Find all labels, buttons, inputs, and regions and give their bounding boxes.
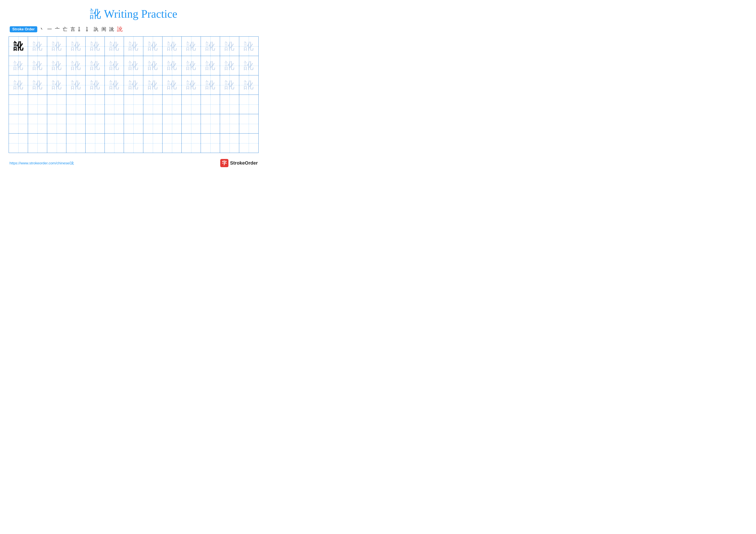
- grid-cell-3-5: 訛: [86, 75, 105, 94]
- title-area: 訛 Writing Practice: [9, 7, 258, 21]
- grid-cell-2-9: 訛: [162, 56, 182, 75]
- grid-cell-5-1[interactable]: [9, 114, 28, 133]
- grid-cell-2-8: 訛: [143, 56, 162, 75]
- grid-cell-6-5[interactable]: [86, 134, 105, 153]
- grid-cell-3-12: 訛: [220, 75, 239, 94]
- grid-cell-6-12[interactable]: [220, 134, 239, 153]
- grid-cell-2-1: 訛: [9, 56, 28, 75]
- grid-cell-6-6[interactable]: [105, 134, 124, 153]
- grid-cell-2-12: 訛: [220, 56, 239, 75]
- grid-cell-1-2: 訛: [28, 37, 47, 56]
- grid-cell-4-4[interactable]: [67, 95, 86, 114]
- grid-cell-5-6[interactable]: [105, 114, 124, 133]
- grid-cell-4-12[interactable]: [220, 95, 239, 114]
- char-solid: 訛: [14, 41, 23, 51]
- grid-cell-4-9[interactable]: [162, 95, 182, 114]
- grid-cell-2-6: 訛: [105, 56, 124, 75]
- grid-cell-6-11[interactable]: [201, 134, 220, 153]
- grid-cell-1-9: 訛: [162, 37, 182, 56]
- footer-url[interactable]: https://www.strokeorder.com/chinese/訛: [10, 161, 74, 165]
- grid-cell-4-1[interactable]: [9, 95, 28, 114]
- grid-row-4: [9, 95, 258, 114]
- grid-cell-1-4: 訛: [67, 37, 86, 56]
- stroke-step-8: 訙: [94, 26, 98, 33]
- grid-cell-4-11[interactable]: [201, 95, 220, 114]
- grid-cell-3-2: 訛: [28, 75, 47, 94]
- grid-cell-1-6: 訛: [105, 37, 124, 56]
- grid-row-1: 訛 訛 訛 訛 訛 訛 訛 訛 訛 訛 訛 訛 訛: [9, 37, 258, 56]
- grid-cell-4-6[interactable]: [105, 95, 124, 114]
- grid-row-5: [9, 114, 258, 134]
- grid-cell-6-1[interactable]: [9, 134, 28, 153]
- grid-cell-5-3[interactable]: [47, 114, 67, 133]
- grid-cell-5-11[interactable]: [201, 114, 220, 133]
- grid-cell-3-13: 訛: [239, 75, 258, 94]
- stroke-step-11: 訛: [117, 25, 122, 33]
- stroke-step-2: 一: [47, 26, 52, 33]
- grid-cell-4-7[interactable]: [124, 95, 143, 114]
- grid-cell-2-2: 訛: [28, 56, 47, 75]
- footer-logo: 字 StrokeOrder: [220, 159, 258, 167]
- grid-row-6: [9, 134, 258, 153]
- grid-row-3: 訛 訛 訛 訛 訛 訛 訛 訛 訛 訛 訛 訛 訛: [9, 75, 258, 95]
- grid-cell-1-3: 訛: [47, 37, 67, 56]
- stroke-order-row: Stroke Order 丶 一 亠 亡 言 訁 訁 訙 訚 訛 訛: [9, 25, 258, 33]
- stroke-step-9: 訚: [101, 26, 106, 33]
- grid-cell-6-3[interactable]: [47, 134, 67, 153]
- grid-cell-4-10[interactable]: [182, 95, 201, 114]
- grid-cell-2-4: 訛: [67, 56, 86, 75]
- grid-cell-5-12[interactable]: [220, 114, 239, 133]
- grid-cell-5-8[interactable]: [143, 114, 162, 133]
- grid-cell-6-10[interactable]: [182, 134, 201, 153]
- grid-cell-3-9: 訛: [162, 75, 182, 94]
- stroke-order-badge: Stroke Order: [10, 26, 37, 32]
- grid-cell-5-2[interactable]: [28, 114, 47, 133]
- logo-icon: 字: [220, 159, 229, 167]
- grid-cell-6-8[interactable]: [143, 134, 162, 153]
- grid-cell-1-12: 訛: [220, 37, 239, 56]
- grid-cell-4-13[interactable]: [239, 95, 258, 114]
- logo-text: StrokeOrder: [230, 160, 258, 166]
- grid-cell-3-11: 訛: [201, 75, 220, 94]
- grid-cell-6-2[interactable]: [28, 134, 47, 153]
- grid-cell-1-13: 訛: [239, 37, 258, 56]
- grid-cell-6-13[interactable]: [239, 134, 258, 153]
- grid-cell-2-11: 訛: [201, 56, 220, 75]
- grid-cell-6-7[interactable]: [124, 134, 143, 153]
- grid-cell-5-9[interactable]: [162, 114, 182, 133]
- grid-cell-2-7: 訛: [124, 56, 143, 75]
- grid-cell-1-5: 訛: [86, 37, 105, 56]
- grid-cell-5-4[interactable]: [67, 114, 86, 133]
- grid-cell-6-4[interactable]: [67, 134, 86, 153]
- stroke-step-5: 言: [70, 26, 75, 33]
- grid-cell-5-5[interactable]: [86, 114, 105, 133]
- grid-cell-2-10: 訛: [182, 56, 201, 75]
- grid-cell-1-11: 訛: [201, 37, 220, 56]
- footer: https://www.strokeorder.com/chinese/訛 字 …: [9, 159, 258, 167]
- grid-cell-5-7[interactable]: [124, 114, 143, 133]
- grid-cell-5-13[interactable]: [239, 114, 258, 133]
- stroke-step-1: 丶: [40, 26, 44, 33]
- grid-cell-3-10: 訛: [182, 75, 201, 94]
- grid-cell-3-6: 訛: [105, 75, 124, 94]
- grid-cell-4-3[interactable]: [47, 95, 67, 114]
- stroke-steps: 丶 一 亠 亡 言 訁 訁 訙 訚 訛 訛: [40, 25, 122, 33]
- grid-cell-3-8: 訛: [143, 75, 162, 94]
- stroke-step-4: 亡: [63, 26, 68, 33]
- stroke-step-3: 亠: [55, 26, 60, 33]
- grid-row-2: 訛 訛 訛 訛 訛 訛 訛 訛 訛 訛 訛 訛 訛: [9, 56, 258, 75]
- grid-cell-4-5[interactable]: [86, 95, 105, 114]
- grid-cell-1-10: 訛: [182, 37, 201, 56]
- grid-cell-1-8: 訛: [143, 37, 162, 56]
- grid-cell-3-4: 訛: [67, 75, 86, 94]
- stroke-step-7: 訁: [86, 26, 91, 33]
- grid-cell-6-9[interactable]: [162, 134, 182, 153]
- grid-cell-1-1: 訛: [9, 37, 28, 56]
- grid-cell-2-5: 訛: [86, 56, 105, 75]
- page-title: 訛 Writing Practice: [90, 8, 177, 20]
- grid-cell-3-3: 訛: [47, 75, 67, 94]
- grid-cell-5-10[interactable]: [182, 114, 201, 133]
- grid-cell-2-3: 訛: [47, 56, 67, 75]
- grid-cell-4-8[interactable]: [143, 95, 162, 114]
- grid-cell-4-2[interactable]: [28, 95, 47, 114]
